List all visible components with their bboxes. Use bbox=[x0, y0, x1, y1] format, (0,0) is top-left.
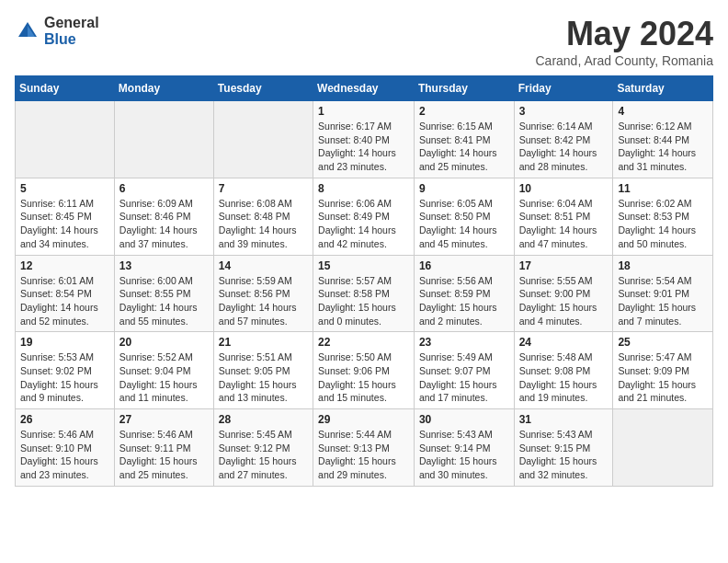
calendar-cell: 19Sunrise: 5:53 AM Sunset: 9:02 PM Dayli… bbox=[16, 332, 115, 409]
day-number: 21 bbox=[219, 336, 308, 349]
calendar-cell: 20Sunrise: 5:52 AM Sunset: 9:04 PM Dayli… bbox=[114, 332, 213, 409]
day-info: Sunrise: 5:46 AM Sunset: 9:11 PM Dayligh… bbox=[119, 428, 209, 482]
page-header: General Blue May 2024 Carand, Arad Count… bbox=[15, 15, 713, 68]
day-number: 1 bbox=[318, 105, 409, 118]
day-info: Sunrise: 6:00 AM Sunset: 8:55 PM Dayligh… bbox=[119, 274, 209, 328]
day-number: 23 bbox=[419, 336, 509, 349]
weekday-header-saturday: Saturday bbox=[613, 76, 713, 101]
calendar-cell: 17Sunrise: 5:55 AM Sunset: 9:00 PM Dayli… bbox=[514, 255, 613, 332]
day-info: Sunrise: 5:50 AM Sunset: 9:06 PM Dayligh… bbox=[318, 350, 409, 405]
day-info: Sunrise: 5:54 AM Sunset: 9:01 PM Dayligh… bbox=[618, 274, 708, 328]
day-info: Sunrise: 5:43 AM Sunset: 9:14 PM Dayligh… bbox=[419, 428, 509, 482]
day-number: 30 bbox=[419, 413, 509, 426]
calendar-cell: 6Sunrise: 6:09 AM Sunset: 8:46 PM Daylig… bbox=[114, 178, 213, 255]
day-number: 8 bbox=[318, 182, 409, 195]
day-info: Sunrise: 5:49 AM Sunset: 9:07 PM Dayligh… bbox=[419, 350, 509, 405]
weekday-header-friday: Friday bbox=[514, 76, 613, 101]
weekday-header-tuesday: Tuesday bbox=[213, 76, 313, 101]
calendar-header: SundayMondayTuesdayWednesdayThursdayFrid… bbox=[16, 76, 713, 101]
day-info: Sunrise: 5:44 AM Sunset: 9:13 PM Dayligh… bbox=[318, 428, 409, 482]
logo-general: General bbox=[44, 15, 99, 31]
calendar-cell: 28Sunrise: 5:45 AM Sunset: 9:12 PM Dayli… bbox=[213, 409, 313, 487]
calendar-cell: 10Sunrise: 6:04 AM Sunset: 8:51 PM Dayli… bbox=[514, 178, 613, 255]
calendar-cell: 25Sunrise: 5:47 AM Sunset: 9:09 PM Dayli… bbox=[613, 332, 713, 409]
calendar-cell: 15Sunrise: 5:57 AM Sunset: 8:58 PM Dayli… bbox=[313, 255, 415, 332]
calendar-cell: 9Sunrise: 6:05 AM Sunset: 8:50 PM Daylig… bbox=[414, 178, 514, 255]
day-number: 16 bbox=[419, 259, 509, 272]
day-number: 25 bbox=[618, 336, 708, 349]
day-info: Sunrise: 6:09 AM Sunset: 8:46 PM Dayligh… bbox=[119, 197, 209, 251]
day-number: 9 bbox=[419, 182, 509, 195]
calendar-cell: 13Sunrise: 6:00 AM Sunset: 8:55 PM Dayli… bbox=[114, 255, 213, 332]
calendar-cell: 14Sunrise: 5:59 AM Sunset: 8:56 PM Dayli… bbox=[213, 255, 313, 332]
weekday-header-row: SundayMondayTuesdayWednesdayThursdayFrid… bbox=[16, 76, 713, 101]
calendar-cell: 24Sunrise: 5:48 AM Sunset: 9:08 PM Dayli… bbox=[514, 332, 613, 409]
day-number: 22 bbox=[318, 336, 409, 349]
weekday-header-wednesday: Wednesday bbox=[313, 76, 415, 101]
day-number: 4 bbox=[618, 105, 708, 118]
day-info: Sunrise: 6:11 AM Sunset: 8:45 PM Dayligh… bbox=[20, 197, 109, 251]
day-info: Sunrise: 5:59 AM Sunset: 8:56 PM Dayligh… bbox=[219, 274, 308, 328]
calendar-cell: 26Sunrise: 5:46 AM Sunset: 9:10 PM Dayli… bbox=[16, 409, 115, 487]
day-number: 20 bbox=[119, 336, 209, 349]
day-info: Sunrise: 5:48 AM Sunset: 9:08 PM Dayligh… bbox=[519, 350, 609, 405]
day-info: Sunrise: 6:15 AM Sunset: 8:41 PM Dayligh… bbox=[419, 120, 509, 174]
day-number: 14 bbox=[219, 259, 308, 272]
day-info: Sunrise: 5:51 AM Sunset: 9:05 PM Dayligh… bbox=[219, 350, 308, 405]
calendar-cell: 16Sunrise: 5:56 AM Sunset: 8:59 PM Dayli… bbox=[414, 255, 514, 332]
calendar-cell: 1Sunrise: 6:17 AM Sunset: 8:40 PM Daylig… bbox=[313, 101, 415, 178]
day-number: 15 bbox=[318, 259, 409, 272]
calendar-cell: 30Sunrise: 5:43 AM Sunset: 9:14 PM Dayli… bbox=[414, 409, 514, 487]
calendar-cell: 23Sunrise: 5:49 AM Sunset: 9:07 PM Dayli… bbox=[414, 332, 514, 409]
day-info: Sunrise: 6:17 AM Sunset: 8:40 PM Dayligh… bbox=[318, 120, 409, 174]
day-info: Sunrise: 6:01 AM Sunset: 8:54 PM Dayligh… bbox=[20, 274, 109, 328]
weekday-header-monday: Monday bbox=[114, 76, 213, 101]
day-info: Sunrise: 5:46 AM Sunset: 9:10 PM Dayligh… bbox=[20, 428, 109, 482]
calendar-cell: 5Sunrise: 6:11 AM Sunset: 8:45 PM Daylig… bbox=[16, 178, 115, 255]
calendar-week-3: 12Sunrise: 6:01 AM Sunset: 8:54 PM Dayli… bbox=[16, 255, 713, 332]
day-info: Sunrise: 5:56 AM Sunset: 8:59 PM Dayligh… bbox=[419, 274, 509, 328]
calendar-week-5: 26Sunrise: 5:46 AM Sunset: 9:10 PM Dayli… bbox=[16, 409, 713, 487]
logo-icon bbox=[15, 18, 40, 44]
day-number: 29 bbox=[318, 413, 409, 426]
calendar-body: 1Sunrise: 6:17 AM Sunset: 8:40 PM Daylig… bbox=[16, 101, 713, 487]
calendar-week-1: 1Sunrise: 6:17 AM Sunset: 8:40 PM Daylig… bbox=[16, 101, 713, 178]
title-location: Carand, Arad County, Romania bbox=[535, 53, 713, 68]
calendar-cell: 7Sunrise: 6:08 AM Sunset: 8:48 PM Daylig… bbox=[213, 178, 313, 255]
calendar-cell: 3Sunrise: 6:14 AM Sunset: 8:42 PM Daylig… bbox=[514, 101, 613, 178]
day-info: Sunrise: 5:47 AM Sunset: 9:09 PM Dayligh… bbox=[618, 350, 708, 405]
weekday-header-thursday: Thursday bbox=[414, 76, 514, 101]
day-info: Sunrise: 5:55 AM Sunset: 9:00 PM Dayligh… bbox=[519, 274, 609, 328]
day-info: Sunrise: 5:57 AM Sunset: 8:58 PM Dayligh… bbox=[318, 274, 409, 328]
day-info: Sunrise: 6:06 AM Sunset: 8:49 PM Dayligh… bbox=[318, 197, 409, 251]
day-number: 12 bbox=[20, 259, 109, 272]
day-info: Sunrise: 6:08 AM Sunset: 8:48 PM Dayligh… bbox=[219, 197, 308, 251]
day-number: 17 bbox=[519, 259, 609, 272]
day-number: 19 bbox=[20, 336, 109, 349]
calendar-cell bbox=[613, 409, 713, 487]
calendar-cell: 12Sunrise: 6:01 AM Sunset: 8:54 PM Dayli… bbox=[16, 255, 115, 332]
calendar-cell: 21Sunrise: 5:51 AM Sunset: 9:05 PM Dayli… bbox=[213, 332, 313, 409]
calendar-cell: 4Sunrise: 6:12 AM Sunset: 8:44 PM Daylig… bbox=[613, 101, 713, 178]
day-info: Sunrise: 6:12 AM Sunset: 8:44 PM Dayligh… bbox=[618, 120, 708, 174]
calendar-cell bbox=[213, 101, 313, 178]
logo-text: General Blue bbox=[44, 15, 99, 47]
day-number: 3 bbox=[519, 105, 609, 118]
calendar-week-2: 5Sunrise: 6:11 AM Sunset: 8:45 PM Daylig… bbox=[16, 178, 713, 255]
calendar-cell: 11Sunrise: 6:02 AM Sunset: 8:53 PM Dayli… bbox=[613, 178, 713, 255]
calendar-cell: 18Sunrise: 5:54 AM Sunset: 9:01 PM Dayli… bbox=[613, 255, 713, 332]
calendar-cell: 2Sunrise: 6:15 AM Sunset: 8:41 PM Daylig… bbox=[414, 101, 514, 178]
day-number: 26 bbox=[20, 413, 109, 426]
title-block: May 2024 Carand, Arad County, Romania bbox=[535, 15, 713, 68]
calendar-cell: 27Sunrise: 5:46 AM Sunset: 9:11 PM Dayli… bbox=[114, 409, 213, 487]
logo: General Blue bbox=[15, 15, 99, 47]
calendar-cell bbox=[114, 101, 213, 178]
day-number: 24 bbox=[519, 336, 609, 349]
day-number: 18 bbox=[618, 259, 708, 272]
day-number: 28 bbox=[219, 413, 308, 426]
day-info: Sunrise: 5:52 AM Sunset: 9:04 PM Dayligh… bbox=[119, 350, 209, 405]
calendar-table: SundayMondayTuesdayWednesdayThursdayFrid… bbox=[15, 75, 713, 487]
weekday-header-sunday: Sunday bbox=[16, 76, 115, 101]
calendar-cell bbox=[16, 101, 115, 178]
day-info: Sunrise: 5:53 AM Sunset: 9:02 PM Dayligh… bbox=[20, 350, 109, 405]
